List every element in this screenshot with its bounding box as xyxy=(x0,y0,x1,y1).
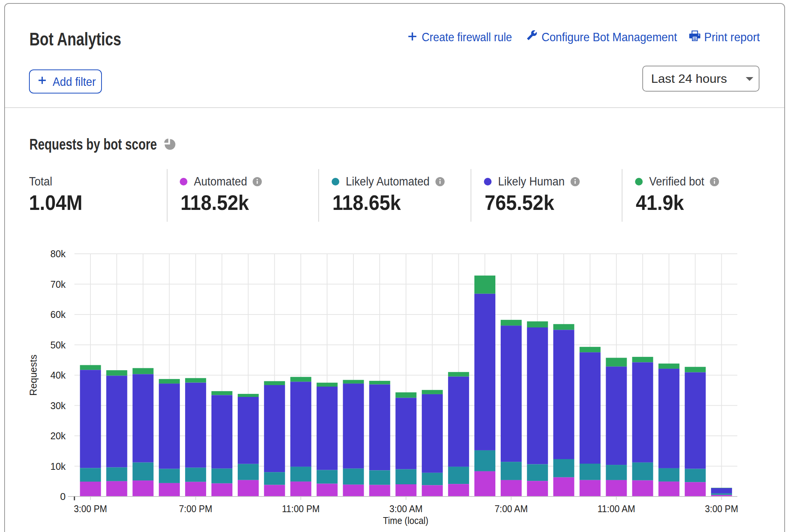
svg-text:7:00 PM: 7:00 PM xyxy=(179,503,212,514)
svg-text:70k: 70k xyxy=(50,279,66,290)
svg-text:3:00 PM: 3:00 PM xyxy=(74,503,107,514)
svg-text:Time (local): Time (local) xyxy=(383,515,429,526)
svg-text:3:00 AM: 3:00 AM xyxy=(389,503,422,514)
svg-text:40k: 40k xyxy=(50,369,66,381)
svg-text:3:00 PM: 3:00 PM xyxy=(705,503,738,514)
svg-text:50k: 50k xyxy=(50,339,66,351)
svg-text:7:00 AM: 7:00 AM xyxy=(495,503,528,514)
svg-text:20k: 20k xyxy=(50,430,66,442)
svg-text:0: 0 xyxy=(60,491,66,502)
svg-text:80k: 80k xyxy=(50,248,66,260)
svg-text:11:00 PM: 11:00 PM xyxy=(282,503,320,514)
svg-text:30k: 30k xyxy=(50,400,66,411)
svg-text:Requests: Requests xyxy=(27,355,39,396)
svg-text:60k: 60k xyxy=(50,309,66,320)
svg-text:11:00 AM: 11:00 AM xyxy=(598,503,635,514)
svg-text:10k: 10k xyxy=(50,461,66,472)
